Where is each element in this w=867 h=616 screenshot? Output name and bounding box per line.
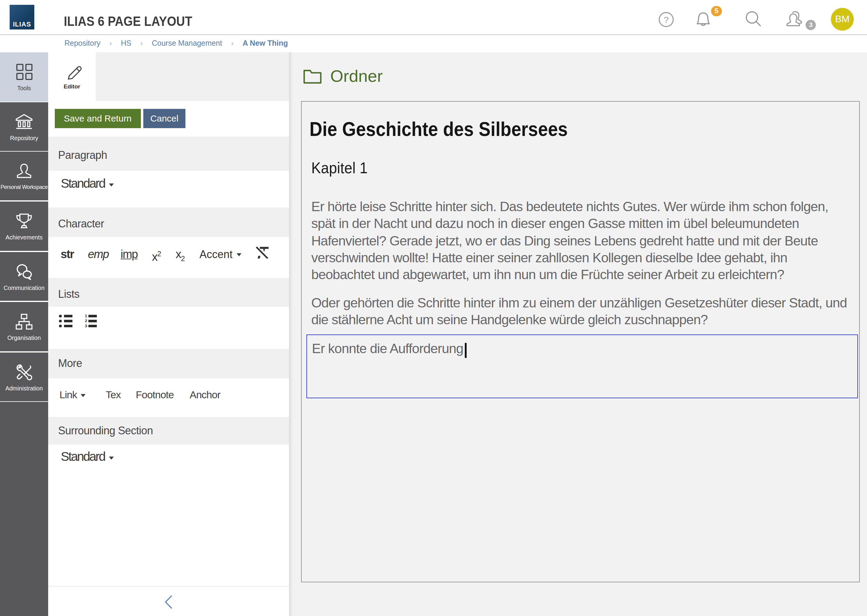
svg-text:1: 1 <box>85 313 87 318</box>
svg-text:2: 2 <box>85 318 87 323</box>
svg-text:3: 3 <box>85 323 87 327</box>
svg-text:?: ? <box>664 15 669 25</box>
